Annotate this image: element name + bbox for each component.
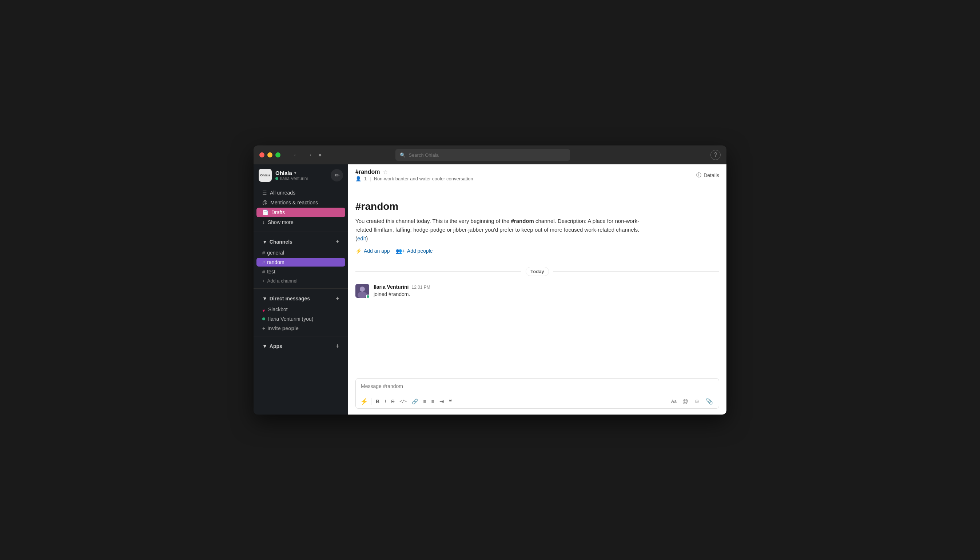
- channels-header-left: ▼ Channels: [262, 239, 292, 245]
- add-app-button[interactable]: +: [336, 343, 339, 350]
- sidebar-item-drafts[interactable]: 📄 Drafts: [257, 208, 345, 217]
- channel-item-general[interactable]: # general: [257, 248, 345, 257]
- dm-slackbot[interactable]: ♥ Slackbot: [257, 305, 345, 314]
- compose-button[interactable]: ✏: [331, 169, 343, 182]
- star-icon[interactable]: ☆: [383, 169, 388, 175]
- toolbar-separator-1: [371, 398, 371, 405]
- toolbar-link-button[interactable]: 🔗: [410, 397, 420, 406]
- channel-intro-desc: You created this channel today. This is …: [356, 217, 646, 243]
- sidebar-nav: ☰ All unreads @ Mentions & reactions 📄 D…: [254, 186, 348, 229]
- intro-close: ): [366, 235, 368, 242]
- workspace-name[interactable]: Ohlala ▼: [275, 170, 308, 176]
- add-channel-button[interactable]: + Add a channel: [257, 277, 345, 285]
- main-content: #random ☆ 👤 1 | Non-work banter and wate…: [348, 164, 726, 415]
- ilaria-name: Ilaria Venturini (you): [268, 316, 314, 322]
- add-channel-label: Add a channel: [267, 278, 297, 283]
- apps-section-header[interactable]: ▼ Apps +: [257, 341, 345, 352]
- minimize-button[interactable]: [267, 152, 272, 157]
- sidebar-item-mentions-reactions[interactable]: @ Mentions & reactions: [257, 198, 345, 207]
- drafts-icon: 📄: [262, 210, 269, 215]
- add-people-channel-button[interactable]: 👥+ Add people: [396, 248, 433, 254]
- add-channel-header-button[interactable]: +: [336, 238, 339, 245]
- toolbar-ordered-list-button[interactable]: ≡: [421, 397, 428, 406]
- channel-meta: 👤 1 | Non-work banter and water cooler c…: [356, 176, 473, 182]
- show-more-label: Show more: [268, 219, 294, 225]
- toolbar-blockquote-button[interactable]: ❝: [447, 397, 454, 406]
- toolbar-unordered-list-button[interactable]: ≡: [429, 397, 436, 406]
- workspace-user: Ilaria Venturini: [275, 176, 308, 181]
- invite-plus-icon: +: [262, 325, 265, 331]
- back-button[interactable]: ←: [290, 150, 302, 160]
- message-text: joined #random.: [374, 290, 719, 298]
- add-channel-plus-icon: +: [262, 278, 265, 283]
- channel-header: #random ☆ 👤 1 | Non-work banter and wate…: [348, 164, 726, 186]
- details-label: Details: [703, 172, 719, 178]
- toolbar-emoji-button[interactable]: ☺: [692, 397, 702, 406]
- channel-item-test[interactable]: # test: [257, 267, 345, 276]
- search-bar[interactable]: 🔍: [396, 149, 570, 161]
- divider-line-right: [553, 271, 719, 272]
- toolbar-attach-button[interactable]: 📎: [703, 397, 715, 406]
- channel-name-random: random: [267, 259, 284, 265]
- dm-ilaria[interactable]: Ilaria Venturini (you): [257, 315, 345, 323]
- toolbar-italic-button[interactable]: I: [382, 397, 388, 406]
- search-input[interactable]: [409, 152, 566, 158]
- history-button[interactable]: ●: [317, 150, 323, 160]
- add-app-label: Add an app: [364, 248, 390, 254]
- toolbar-format-button[interactable]: Aa: [669, 397, 679, 405]
- channel-title: #random: [356, 169, 380, 175]
- show-more-icon: ↓: [262, 219, 265, 225]
- sidebar-item-all-unreads[interactable]: ☰ All unreads: [257, 188, 345, 197]
- invite-people-button[interactable]: + Invite people: [257, 324, 345, 333]
- maximize-button[interactable]: [275, 152, 280, 157]
- edit-link[interactable]: edit: [357, 235, 366, 242]
- message-input-text: [356, 378, 719, 394]
- dm-section-header[interactable]: ▼ Direct messages +: [257, 293, 345, 304]
- chat-area: #random You created this channel today. …: [348, 186, 726, 374]
- sidebar-item-show-more[interactable]: ↓ Show more: [257, 217, 345, 227]
- details-button[interactable]: ⓘ Details: [696, 172, 719, 178]
- dm-chevron-icon: ▼: [262, 296, 267, 302]
- intro-channel-bold: #random: [511, 218, 534, 224]
- add-people-icon: 👥+: [396, 248, 405, 254]
- toolbar-add-button[interactable]: ⚡: [359, 397, 369, 406]
- workspace-name-text: Ohlala: [275, 170, 292, 176]
- add-dm-button[interactable]: +: [336, 295, 339, 302]
- toolbar-right: Aa @ ☺ 📎: [669, 397, 715, 406]
- add-people-label: Add people: [407, 248, 433, 254]
- channel-header-left: #random ☆ 👤 1 | Non-work banter and wate…: [356, 169, 473, 182]
- channel-description: Non-work banter and water cooler convers…: [374, 176, 473, 182]
- channel-name-general: general: [267, 250, 284, 256]
- all-unreads-label: All unreads: [270, 190, 296, 196]
- toolbar-bold-button[interactable]: B: [374, 397, 382, 406]
- nav-buttons: ← → ●: [290, 150, 323, 160]
- drafts-label: Drafts: [271, 210, 285, 215]
- sidebar-divider-2: [254, 288, 348, 289]
- apps-label: Apps: [270, 343, 282, 349]
- message-input[interactable]: [361, 383, 714, 389]
- channel-item-random[interactable]: # random: [257, 258, 345, 267]
- message-author: Ilaria Venturini: [374, 284, 409, 290]
- avatar-wrap: [356, 284, 369, 298]
- message-time: 12:01 PM: [411, 285, 430, 290]
- ilaria-status-dot: [262, 317, 265, 320]
- hash-icon-test: #: [262, 269, 265, 275]
- message-input-box: ⚡ B I S </> 🔗 ≡ ≡ ⇥ ❝ Aa @: [356, 378, 719, 409]
- toolbar-indent-button[interactable]: ⇥: [437, 397, 446, 406]
- add-app-channel-button[interactable]: ⚡ Add an app: [356, 248, 390, 254]
- channels-section-header[interactable]: ▼ Channels +: [257, 237, 345, 247]
- toolbar-mention-button[interactable]: @: [680, 397, 690, 406]
- channel-intro: #random You created this channel today. …: [356, 186, 719, 261]
- mentions-label: Mentions & reactions: [270, 200, 318, 205]
- info-icon: ⓘ: [696, 172, 701, 178]
- toolbar-strikethrough-button[interactable]: S: [389, 397, 397, 406]
- forward-button[interactable]: →: [304, 150, 315, 160]
- toolbar-code-button[interactable]: </>: [397, 397, 409, 405]
- intro-text-before: You created this channel today. This is …: [356, 218, 511, 224]
- close-button[interactable]: [259, 152, 264, 157]
- help-button[interactable]: ?: [710, 150, 721, 160]
- channel-name-test: test: [267, 269, 275, 275]
- members-count: 1: [364, 176, 367, 182]
- hash-icon: #: [262, 250, 265, 256]
- message-header: Ilaria Venturini 12:01 PM: [374, 284, 719, 290]
